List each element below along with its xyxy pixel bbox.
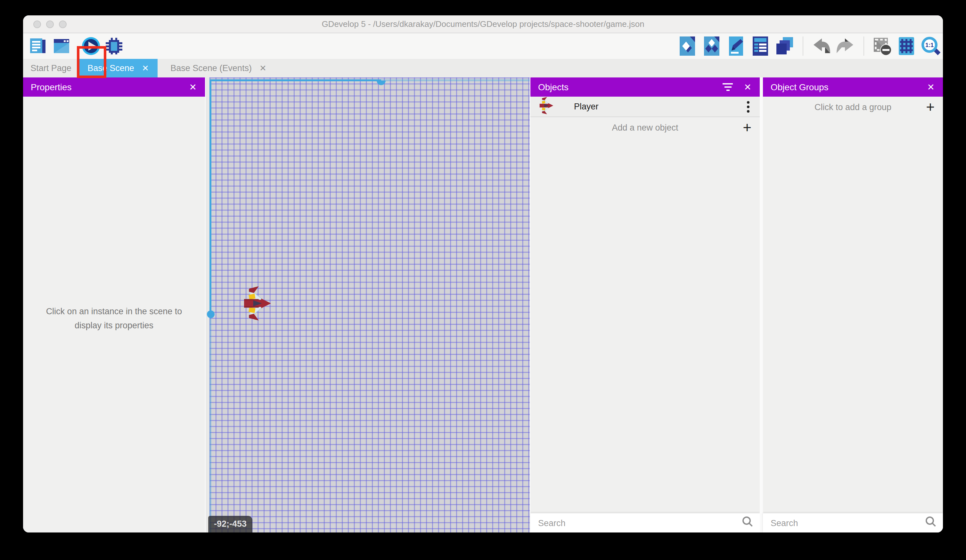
spaceship-sprite [244, 284, 271, 323]
properties-panel: Properties ✕ Click on an instance in the… [23, 77, 205, 532]
open-objects-editor-button[interactable] [678, 36, 697, 56]
traffic-lights [33, 20, 67, 28]
close-panel-icon[interactable]: ✕ [744, 82, 751, 92]
project-manager-icon [28, 36, 48, 56]
toolbar: 1:1 [23, 33, 943, 59]
tab-start-page[interactable]: Start Page [23, 59, 79, 77]
groups-search-input[interactable] [770, 518, 925, 528]
toolbar-right-group: 1:1 [678, 36, 940, 56]
properties-panel-header: Properties ✕ [23, 77, 205, 97]
object-groups-panel: Object Groups ✕ Click to add a group + [763, 77, 943, 532]
close-panel-icon[interactable]: ✕ [927, 82, 935, 92]
gdevelop-window: GDevelop 5 - /Users/dkarakay/Documents/G… [23, 15, 943, 532]
debug-bug-icon [104, 36, 124, 56]
scene-properties-pencil-icon [726, 36, 746, 56]
game-window-border-left [209, 79, 211, 314]
tab-label: Base Scene [87, 63, 134, 73]
scene-editor-canvas[interactable]: -92;-453 [205, 77, 530, 532]
open-object-groups-editor-button[interactable] [702, 36, 721, 56]
object-list-item-player[interactable]: Player [531, 97, 760, 117]
window-mask-icon [872, 36, 892, 56]
toolbar-separator [803, 36, 803, 56]
titlebar: GDevelop 5 - /Users/dkarakay/Documents/G… [23, 15, 943, 33]
open-scene-properties-button[interactable] [726, 36, 746, 56]
close-window-button[interactable] [33, 20, 41, 28]
grid-icon [897, 36, 916, 56]
search-icon[interactable] [742, 516, 753, 530]
game-window-left-handle[interactable] [207, 310, 214, 318]
redo-icon [836, 36, 855, 56]
panel-title: Objects [538, 82, 568, 92]
game-window-border-top [209, 79, 381, 81]
add-new-object-label: Add a new object [612, 123, 678, 132]
panel-divider[interactable] [760, 77, 763, 532]
player-thumbnail [539, 96, 554, 118]
object-groups-panel-header: Object Groups ✕ [763, 77, 943, 97]
project-manager-button[interactable] [28, 36, 48, 56]
zoom-level-label: 1:1 [925, 42, 934, 48]
screenshot-stage: GDevelop 5 - /Users/dkarakay/Documents/G… [0, 0, 966, 560]
toggle-grid-button[interactable] [897, 36, 916, 56]
close-panel-icon[interactable]: ✕ [189, 82, 197, 92]
tab-bar: Start Page Base Scene ✕ Base Scene (Even… [23, 59, 943, 77]
objects-search-bar [531, 513, 760, 532]
minimize-window-button[interactable] [46, 20, 54, 28]
toolbar-separator [864, 36, 864, 56]
add-new-object-button[interactable]: Add a new object + [531, 117, 760, 138]
undo-button[interactable] [812, 36, 831, 56]
zoom-1-1-icon: 1:1 [921, 36, 940, 56]
object-name: Player [574, 102, 599, 111]
object-groups-editor-icon [702, 36, 721, 56]
main-content: Properties ✕ Click on an instance in the… [23, 77, 943, 532]
tab-base-scene[interactable]: Base Scene ✕ [79, 59, 158, 77]
tab-label: Base Scene (Events) [171, 63, 252, 73]
tab-label: Start Page [30, 63, 71, 73]
undo-icon [812, 36, 831, 56]
spaceship-thumbnail-icon [539, 96, 554, 115]
window-title: GDevelop 5 - /Users/dkarakay/Documents/G… [322, 19, 644, 29]
objects-editor-icon [678, 36, 697, 56]
maximize-window-button[interactable] [59, 20, 67, 28]
search-icon[interactable] [925, 516, 936, 530]
redo-button[interactable] [836, 36, 855, 56]
close-tab-icon[interactable]: ✕ [142, 63, 149, 73]
cursor-coordinates-badge: -92;-453 [208, 516, 252, 532]
plus-icon: + [743, 120, 751, 135]
play-icon [81, 36, 100, 56]
debug-button[interactable] [104, 36, 124, 56]
properties-empty-message: Click on an instance in the scene to dis… [33, 305, 195, 332]
scene-window-icon [52, 36, 71, 56]
close-tab-icon[interactable]: ✕ [260, 63, 266, 73]
object-options-kebab-icon[interactable] [747, 101, 749, 112]
tab-base-scene-events[interactable]: Base Scene (Events) ✕ [158, 59, 279, 77]
panel-title: Properties [31, 82, 72, 92]
plus-icon: + [926, 100, 935, 114]
objects-panel: Objects ✕ [530, 77, 760, 532]
objects-search-input[interactable] [538, 518, 742, 528]
player-ship-instance[interactable] [244, 284, 271, 325]
start-preview-button[interactable] [81, 36, 100, 56]
add-group-button[interactable]: Click to add a group + [763, 97, 943, 117]
zoom-one-to-one-button[interactable]: 1:1 [921, 36, 940, 56]
groups-search-bar [763, 513, 943, 532]
toggle-window-mask-button[interactable] [872, 36, 892, 56]
game-window-border-top-faded [381, 79, 530, 81]
open-instances-list-button[interactable] [751, 36, 770, 56]
open-layers-editor-button[interactable] [775, 36, 794, 56]
open-scene-button[interactable] [52, 36, 71, 56]
layers-icon [775, 36, 794, 56]
game-window-border-left-faded [209, 314, 211, 532]
add-group-label: Click to add a group [815, 102, 891, 112]
instances-list-icon [751, 36, 770, 56]
filter-icon[interactable] [723, 83, 733, 91]
objects-panel-header: Objects ✕ [531, 77, 760, 97]
panel-title: Object Groups [770, 82, 829, 92]
